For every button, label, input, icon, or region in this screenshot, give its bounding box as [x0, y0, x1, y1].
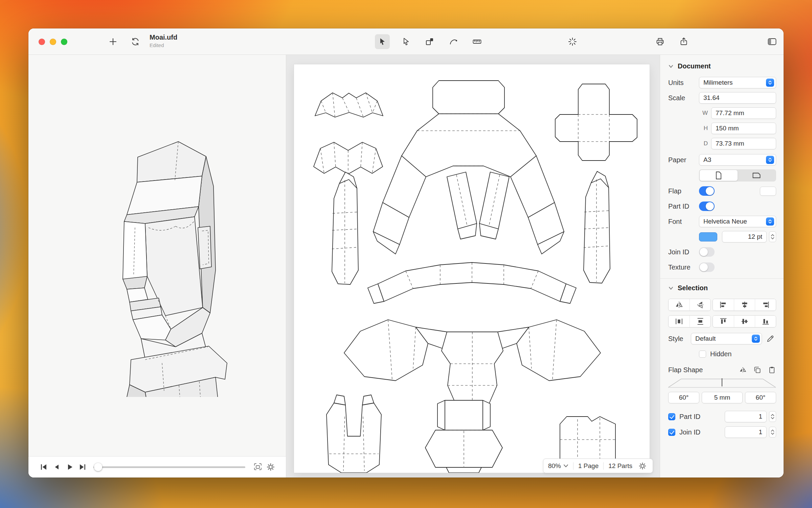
- width-label: W: [702, 110, 708, 117]
- pattern-piece[interactable]: [368, 262, 576, 303]
- mirror-flap-icon[interactable]: [739, 366, 747, 374]
- width-input[interactable]: [711, 107, 776, 119]
- align-middle-button[interactable]: [734, 316, 755, 327]
- close-button[interactable]: [39, 39, 45, 45]
- canvas-settings-button[interactable]: [637, 461, 648, 471]
- pattern-piece[interactable]: [555, 84, 637, 161]
- pattern-page[interactable]: [294, 64, 650, 473]
- divider: [603, 462, 604, 470]
- part-id-checkbox[interactable]: [668, 413, 675, 420]
- texture-toggle[interactable]: [699, 262, 715, 272]
- chevron-down-icon: [668, 285, 674, 291]
- join-id-toggle[interactable]: [699, 247, 715, 257]
- unfold-canvas[interactable]: 80% 1 Page 12 Parts: [286, 55, 660, 478]
- flip-horizontal-button[interactable]: [669, 299, 690, 311]
- curve-tool-button[interactable]: [446, 34, 461, 49]
- portrait-option[interactable]: [700, 170, 738, 181]
- popup-arrows-icon: [766, 217, 774, 226]
- pattern-piece[interactable]: [314, 142, 383, 174]
- step-back-button[interactable]: [50, 461, 63, 473]
- fit-view-button[interactable]: [251, 461, 264, 473]
- section-title: Selection: [678, 284, 708, 292]
- select-tool-button[interactable]: [375, 34, 390, 49]
- align-top-button[interactable]: [713, 316, 734, 327]
- add-button[interactable]: [106, 34, 120, 49]
- units-dropdown[interactable]: Milimeters: [699, 77, 776, 88]
- selection-section-header[interactable]: Selection: [668, 284, 776, 292]
- depth-label: D: [704, 140, 708, 147]
- align-right-button[interactable]: [755, 299, 776, 311]
- height-input[interactable]: [711, 123, 776, 134]
- flap-angle-left-input[interactable]: [668, 392, 699, 403]
- flap-shape-preview[interactable]: [668, 378, 776, 388]
- slider-knob[interactable]: [94, 463, 102, 471]
- distribute-vertical-button[interactable]: [690, 316, 710, 327]
- document-section-header[interactable]: Document: [668, 62, 776, 70]
- auto-unfold-button[interactable]: [565, 34, 580, 49]
- part-id-toggle[interactable]: [699, 202, 715, 211]
- scale-input[interactable]: [699, 92, 776, 104]
- copy-icon[interactable]: [753, 366, 762, 374]
- edit-style-button[interactable]: [765, 333, 776, 344]
- part-id-stepper[interactable]: [769, 411, 776, 422]
- skip-start-button[interactable]: [37, 461, 50, 473]
- transform-tool-button[interactable]: [422, 34, 437, 49]
- play-button[interactable]: [63, 461, 76, 473]
- font-color-swatch[interactable]: [699, 232, 717, 241]
- flap-angle-right-input[interactable]: [745, 392, 776, 403]
- style-value: Default: [695, 335, 752, 342]
- pattern-piece[interactable]: [315, 93, 383, 117]
- zoom-control[interactable]: 80%: [548, 462, 568, 470]
- slider-track[interactable]: [93, 466, 245, 468]
- chevron-down-icon: [563, 464, 568, 468]
- ruler-tool-button[interactable]: [470, 34, 484, 49]
- join-id-stepper[interactable]: [769, 427, 776, 438]
- share-button[interactable]: [676, 34, 691, 49]
- refold-button[interactable]: [128, 34, 143, 49]
- paste-icon[interactable]: [768, 366, 776, 374]
- paper-dropdown[interactable]: A3: [699, 154, 776, 166]
- document-title-block: Moai.ufd Edited: [150, 34, 177, 48]
- skip-end-button[interactable]: [76, 461, 89, 473]
- landscape-option[interactable]: [738, 170, 775, 181]
- zoom-button[interactable]: [61, 39, 67, 45]
- traffic-lights: [39, 39, 67, 45]
- pattern-piece[interactable]: [332, 172, 358, 284]
- join-id-input[interactable]: [725, 426, 767, 438]
- fit-view-icon: [253, 462, 263, 472]
- flap-toggle[interactable]: [699, 186, 715, 196]
- units-row: Units Milimeters: [668, 77, 776, 88]
- font-size-input[interactable]: [722, 231, 767, 242]
- pattern-piece[interactable]: [447, 172, 477, 239]
- style-dropdown[interactable]: Default: [691, 333, 762, 344]
- join-id-checkbox[interactable]: [668, 429, 675, 436]
- font-dropdown[interactable]: Helvetica Neue: [699, 216, 776, 227]
- preview-settings-button[interactable]: [264, 461, 277, 473]
- selection-part-id-row: Part ID: [668, 411, 776, 422]
- direct-select-tool-button[interactable]: [399, 34, 413, 49]
- flip-vertical-button[interactable]: [690, 299, 710, 311]
- minimize-button[interactable]: [50, 39, 56, 45]
- pattern-piece[interactable]: [425, 400, 502, 473]
- distribute-horizontal-button[interactable]: [669, 316, 690, 327]
- flap-style-button[interactable]: [760, 187, 776, 196]
- align-center-h-button[interactable]: [734, 299, 755, 311]
- part-id-input[interactable]: [725, 411, 767, 422]
- gear-icon: [638, 462, 647, 470]
- inspector-panel: Document Units Milimeters Scale: [660, 55, 784, 478]
- font-size-stepper[interactable]: [769, 231, 776, 242]
- depth-input[interactable]: [711, 138, 776, 149]
- flap-width-input[interactable]: [702, 392, 743, 403]
- fold-animation-slider[interactable]: [93, 461, 245, 473]
- moai-3d-preview[interactable]: [94, 126, 230, 397]
- pattern-piece[interactable]: [326, 395, 381, 473]
- pattern-piece[interactable]: [584, 171, 610, 283]
- print-button[interactable]: [653, 34, 668, 49]
- hidden-checkbox[interactable]: [699, 351, 706, 358]
- align-left-button[interactable]: [713, 299, 734, 311]
- paper-value: A3: [703, 156, 766, 164]
- pattern-piece[interactable]: [479, 172, 509, 239]
- texture-row: Texture: [668, 261, 776, 273]
- toggle-left-sidebar-button[interactable]: [765, 34, 780, 49]
- align-bottom-button[interactable]: [755, 316, 776, 327]
